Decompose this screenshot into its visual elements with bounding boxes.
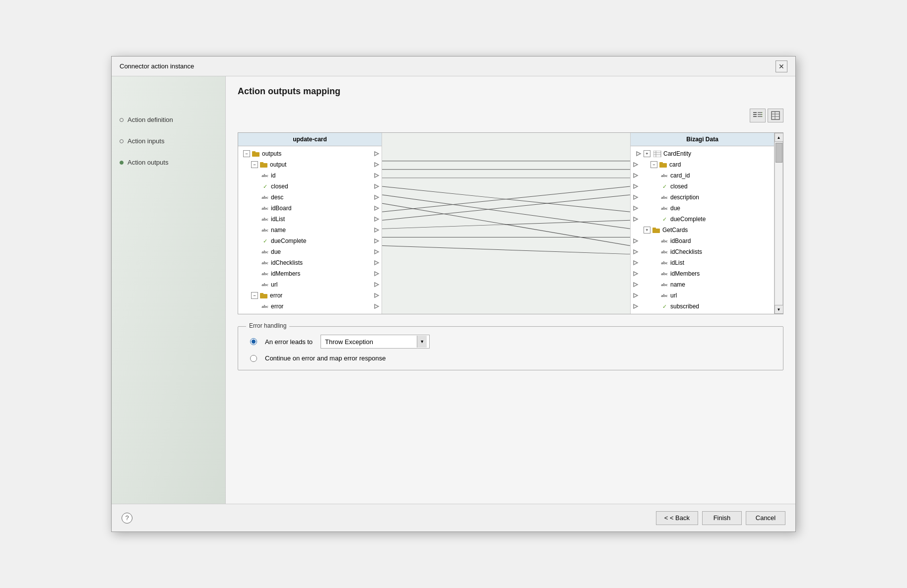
svg-rect-9 bbox=[772, 112, 779, 119]
arrow-right-icon bbox=[633, 216, 639, 222]
arrow-right-icon bbox=[633, 162, 639, 168]
svg-rect-31 bbox=[260, 293, 263, 294]
arrow-right-icon bbox=[633, 205, 639, 211]
svg-rect-2 bbox=[753, 116, 757, 117]
abc-icon: abc bbox=[660, 249, 668, 254]
svg-marker-66 bbox=[634, 304, 638, 308]
arrow-right-icon bbox=[633, 293, 639, 298]
sidebar-dot-3 bbox=[120, 161, 124, 165]
svg-marker-23 bbox=[375, 217, 379, 221]
list-item: − output bbox=[238, 159, 382, 170]
node-label: idMembers bbox=[670, 270, 700, 277]
node-label: dueComplete bbox=[670, 216, 706, 223]
table-icon bbox=[771, 111, 780, 120]
list-item: − error bbox=[238, 290, 382, 301]
finish-button[interactable]: Finish bbox=[702, 511, 742, 525]
list-item: abc name bbox=[238, 225, 382, 235]
svg-rect-30 bbox=[260, 294, 267, 298]
svg-line-41 bbox=[382, 195, 630, 220]
error-option-1-radio[interactable] bbox=[250, 338, 257, 345]
check-icon: ✓ bbox=[660, 303, 668, 310]
svg-marker-60 bbox=[634, 239, 638, 243]
node-label: due bbox=[271, 248, 281, 255]
node-label: GetCards bbox=[662, 227, 688, 234]
node-label: closed bbox=[670, 183, 688, 190]
arrow-right-icon bbox=[374, 293, 380, 298]
list-item: abc name bbox=[631, 279, 774, 290]
list-item: ✓ dueComplete bbox=[631, 214, 774, 225]
table-view-button[interactable] bbox=[768, 109, 783, 122]
back-button[interactable]: < < Back bbox=[656, 511, 698, 525]
svg-marker-29 bbox=[375, 283, 379, 287]
mapping-inner: update-card − outputs bbox=[238, 133, 783, 314]
svg-marker-55 bbox=[634, 195, 638, 199]
node-label: name bbox=[271, 227, 286, 234]
abc-icon: abc bbox=[261, 249, 269, 254]
abc-icon: abc bbox=[660, 195, 668, 200]
node-label: desc bbox=[271, 194, 283, 201]
abc-icon: abc bbox=[261, 228, 269, 233]
abc-icon: abc bbox=[660, 206, 668, 211]
svg-marker-65 bbox=[634, 294, 638, 297]
expand-icon[interactable]: + bbox=[644, 150, 650, 157]
list-item: ✓ closed bbox=[238, 181, 382, 192]
list-item: abc idMembers bbox=[238, 268, 382, 279]
svg-marker-50 bbox=[634, 163, 638, 167]
check-icon: ✓ bbox=[660, 216, 668, 223]
node-label: url bbox=[271, 281, 277, 288]
svg-rect-58 bbox=[652, 229, 660, 233]
svg-marker-64 bbox=[634, 283, 638, 287]
list-item: − card bbox=[631, 159, 774, 170]
sidebar-label-3: Action outputs bbox=[128, 159, 168, 166]
scroll-up-button[interactable]: ▲ bbox=[775, 133, 783, 142]
bottom-bar: ? < < Back Finish Cancel bbox=[112, 504, 795, 531]
abc-icon: abc bbox=[261, 260, 269, 265]
svg-marker-6 bbox=[762, 112, 763, 113]
list-item: abc description bbox=[631, 192, 774, 203]
arrow-right-icon bbox=[374, 249, 380, 255]
expand-icon[interactable]: − bbox=[251, 161, 258, 168]
svg-marker-19 bbox=[375, 174, 379, 177]
scroll-down-button[interactable]: ▼ bbox=[775, 305, 783, 314]
sidebar: Action definition Action inputs Action o… bbox=[112, 76, 226, 504]
help-button[interactable]: ? bbox=[122, 513, 132, 524]
left-tree-content: − outputs − output bbox=[238, 146, 382, 314]
scroll-thumb[interactable] bbox=[776, 143, 782, 163]
map-view-button[interactable] bbox=[750, 109, 766, 122]
abc-icon: abc bbox=[261, 282, 269, 287]
sidebar-item-action-outputs[interactable]: Action outputs bbox=[120, 159, 217, 166]
arrow-right-icon bbox=[374, 271, 380, 277]
list-item: ✓ subscribed bbox=[631, 301, 774, 312]
expand-icon[interactable]: + bbox=[644, 227, 650, 234]
expand-icon[interactable]: − bbox=[650, 161, 657, 168]
list-item: abc idMembers bbox=[631, 268, 774, 279]
list-item: abc idBoard bbox=[238, 203, 382, 214]
sidebar-item-action-inputs[interactable]: Action inputs bbox=[120, 137, 217, 145]
title-bar: Connector action instance ✕ bbox=[112, 57, 795, 76]
sidebar-dot-1 bbox=[120, 118, 124, 122]
sidebar-item-action-definition[interactable]: Action definition bbox=[120, 116, 217, 123]
expand-icon[interactable]: − bbox=[251, 292, 258, 299]
arrow-right-icon bbox=[633, 260, 639, 266]
error-option-2-radio[interactable] bbox=[250, 355, 257, 362]
check-icon: ✓ bbox=[660, 183, 668, 190]
svg-line-42 bbox=[382, 220, 630, 229]
list-item: abc idChecklists bbox=[631, 246, 774, 257]
sidebar-label-2: Action inputs bbox=[128, 137, 164, 145]
scrollbar: ▲ ▼ bbox=[774, 133, 783, 314]
expand-icon[interactable]: − bbox=[243, 150, 250, 157]
throw-exception-dropdown[interactable]: Throw Exception Continue on error bbox=[321, 335, 430, 349]
abc-icon: abc bbox=[261, 195, 269, 200]
folder-icon bbox=[652, 227, 660, 234]
table-icon bbox=[653, 151, 661, 157]
arrow-right-icon bbox=[374, 260, 380, 266]
node-label: idMembers bbox=[271, 270, 300, 277]
cancel-button[interactable]: Cancel bbox=[746, 511, 785, 525]
close-button[interactable]: ✕ bbox=[776, 60, 787, 72]
error-option-1-label: An error leads to bbox=[265, 338, 313, 346]
main-content: Action outputs mapping bbox=[226, 76, 795, 504]
svg-marker-26 bbox=[375, 250, 379, 254]
svg-rect-46 bbox=[653, 151, 661, 157]
list-item: abc url bbox=[631, 290, 774, 301]
arrow-right-icon bbox=[636, 151, 642, 157]
